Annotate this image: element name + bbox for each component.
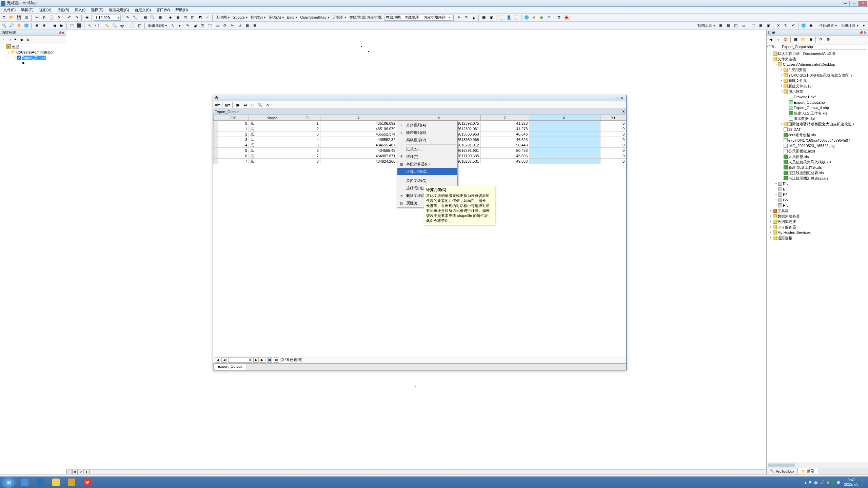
catalog-tree-item[interactable]: +2 应用安装	[767, 67, 867, 73]
edit-j-icon[interactable]: ⇄	[236, 22, 243, 29]
basemap-dropdown[interactable]: 在线/离线/切片地图:	[348, 15, 383, 19]
pan-icon[interactable]: ✋	[16, 22, 22, 29]
open-icon[interactable]: 📂	[8, 14, 15, 21]
select-features-icon[interactable]: ⬚	[68, 22, 75, 29]
find-icon[interactable]: 🔍	[111, 22, 118, 29]
tool-f-icon[interactable]: 📄	[498, 14, 505, 21]
cell[interactable]: 点	[249, 131, 295, 137]
sk-m-icon[interactable]: ▾	[861, 22, 867, 29]
table-icon[interactable]: ⊞	[174, 14, 181, 21]
print-icon[interactable]: 🖶	[23, 14, 30, 21]
catalog-scrollbar-h[interactable]	[767, 463, 868, 468]
catalog-tree-item[interactable]: 湛江线面图汇总表.xls	[767, 170, 867, 176]
row-header[interactable]	[214, 159, 218, 164]
menu-item[interactable]: 书签(B)	[54, 7, 72, 13]
edit-g-icon[interactable]: ▭	[214, 22, 221, 29]
cell[interactable]: 0	[218, 121, 249, 126]
cell[interactable]: 50.438	[480, 148, 529, 153]
cell[interactable]	[529, 121, 600, 126]
cell[interactable]: 0	[600, 159, 626, 164]
taskbar-wps[interactable]: W	[80, 477, 95, 487]
context-menu-item[interactable]: Σ统计(T)...	[397, 153, 457, 160]
cell[interactable]: 点	[249, 159, 295, 164]
code-label[interactable]: 代码设置 ▾	[818, 23, 839, 28]
tool-c-icon[interactable]: ▲	[470, 14, 477, 21]
catalog-tree-item[interactable]: -C:\Users\Administrator\Desktop	[767, 62, 867, 67]
zoom-out-icon[interactable]: 🔎	[8, 22, 15, 29]
editor-label[interactable]: 编辑器(R) ▾	[146, 23, 169, 28]
toc-list-by-drawing-icon[interactable]: ≡	[1, 37, 6, 42]
cell[interactable]: 434555.407	[320, 142, 397, 148]
toc-options-icon[interactable]: ⊞	[25, 37, 31, 42]
cell[interactable]: 点	[249, 148, 295, 153]
catalog-tree-item[interactable]: +数据库服务器	[767, 214, 867, 219]
toc-root[interactable]: 图层	[12, 44, 19, 49]
cat-connect-icon[interactable]: 📁	[800, 36, 807, 43]
cell[interactable]	[529, 148, 600, 153]
cat-disconnect-icon[interactable]: ⊟	[807, 36, 814, 43]
catalog-tree-item[interactable]: 公示图模板.mxd	[767, 148, 867, 154]
taskbar-app1[interactable]	[64, 477, 79, 487]
catalog-tree-item[interactable]: IMG_20210523_165328.jpg	[767, 143, 867, 148]
cell[interactable]: 点	[249, 121, 295, 126]
catalog-close-icon[interactable]: ✕	[864, 30, 867, 35]
prev-extent-icon[interactable]: ◀	[51, 22, 58, 29]
catalog-tree-item[interactable]: +E:\	[767, 186, 867, 192]
viewer-icon[interactable]: ◰	[182, 14, 189, 21]
table-header[interactable]: Z	[480, 115, 529, 121]
catalog-tree-item[interactable]: -默认工作目录 - Documents\ArcGIS	[767, 51, 867, 56]
table-header[interactable]: FID	[218, 115, 249, 121]
row-header[interactable]	[214, 126, 218, 131]
sk-k-icon[interactable]: 🌐	[800, 22, 807, 29]
catalog-tree-item[interactable]: +工具箱	[767, 208, 867, 214]
catalog-tree-item[interactable]: +H:\	[767, 203, 867, 208]
tool-i-icon[interactable]: 🌐	[523, 14, 530, 21]
redo-icon[interactable]: ↷	[73, 14, 80, 21]
cell[interactable]: 点	[249, 126, 295, 131]
cell[interactable]: 2	[218, 131, 249, 137]
cell[interactable]: 435552.374	[320, 131, 397, 137]
catalog-icon[interactable]: ▤	[142, 14, 149, 21]
basemap-dropdown[interactable]: 天地图 ▾	[214, 15, 231, 19]
context-menu-item[interactable]: ↑降序排列(E)	[397, 129, 457, 136]
sk-f-icon[interactable]: ⊞	[757, 22, 764, 29]
table-header[interactable]: Y1	[600, 115, 626, 121]
menu-item[interactable]: 视图(V)	[36, 7, 54, 13]
select-elements-icon[interactable]: ↖	[86, 22, 93, 29]
online-map-combo[interactable]: 在线地图、离线地图、切片地图序列	[384, 15, 452, 21]
identify-icon[interactable]: ⓘ	[94, 22, 100, 29]
nav-position-input[interactable]	[228, 357, 252, 363]
basemap-dropdown[interactable]: Bing ▾	[285, 15, 299, 19]
nav-first-icon[interactable]: I◀	[215, 357, 220, 363]
row-header[interactable]	[214, 153, 218, 159]
edit-k-icon[interactable]: ▦	[244, 22, 251, 29]
cell[interactable]: 5	[218, 148, 249, 153]
catalog-tree-item[interactable]: -演示数据	[767, 89, 867, 94]
tray-network-icon[interactable]: 🖧	[814, 480, 818, 484]
cell[interactable]: 1	[295, 121, 320, 126]
cell[interactable]: 7	[295, 153, 320, 159]
catalog-tree-item[interactable]: 新建 XLS 工作表.xls	[767, 110, 867, 116]
tool-k-icon[interactable]: ◉	[538, 14, 545, 21]
toc-list-by-source-icon[interactable]: ◇	[7, 37, 12, 42]
cat-back-icon[interactable]: ◀	[767, 36, 774, 43]
toc-close-icon[interactable]: ✕	[62, 31, 64, 35]
table-tab-close-icon[interactable]: ✕	[622, 109, 625, 114]
close-button[interactable]: ✕	[859, 1, 867, 6]
cell[interactable]	[529, 137, 600, 142]
catalog-location-input[interactable]	[781, 44, 867, 49]
tray-up-icon[interactable]: ▴	[805, 480, 807, 485]
data-view-icon[interactable]: ◫	[66, 470, 72, 474]
clock[interactable]: 9:47 2022/7/5	[842, 478, 861, 487]
menu-item[interactable]: 自定义(C)	[132, 7, 154, 13]
taskbar-explorer[interactable]	[48, 477, 63, 487]
tray-volume-icon[interactable]: 🔊	[820, 480, 825, 485]
basemap-dropdown[interactable]: 搜搜(S) ▾	[249, 15, 268, 19]
tool-m-icon[interactable]: ⚙	[556, 14, 563, 21]
row-header[interactable]	[214, 137, 218, 142]
delete-icon[interactable]: ✕	[56, 14, 62, 21]
fixed-zoom-in-icon[interactable]: ⊕	[33, 22, 40, 29]
sk-j-icon[interactable]: ↶	[790, 22, 797, 29]
toc-layer-checkbox[interactable]	[17, 56, 21, 60]
sk-h-icon[interactable]: ✕	[775, 22, 782, 29]
